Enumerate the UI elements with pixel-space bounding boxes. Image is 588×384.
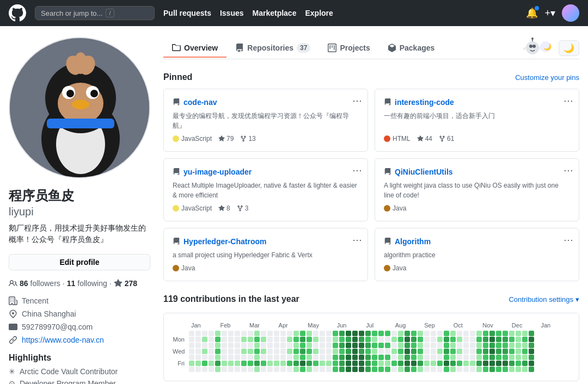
contrib-cell xyxy=(378,361,384,366)
followers-count[interactable]: 86 xyxy=(20,279,28,288)
card-menu-3[interactable]: ⋯ xyxy=(564,164,573,176)
contrib-cell xyxy=(359,355,364,360)
contrib-cell xyxy=(391,343,397,348)
contrib-cell xyxy=(346,337,351,342)
fork-icon-1 xyxy=(439,135,445,142)
star-icon-0 xyxy=(218,135,225,142)
contrib-cell xyxy=(202,355,207,360)
card-menu-5[interactable]: ⋯ xyxy=(564,234,573,246)
contrib-cell xyxy=(437,361,443,366)
contrib-cell xyxy=(444,355,449,360)
contrib-cell xyxy=(195,331,201,336)
repo-name-0[interactable]: code-nav xyxy=(183,98,217,107)
repo-name-3[interactable]: QiNiuClientUtils xyxy=(395,168,453,176)
contrib-cell xyxy=(189,337,194,342)
repo-name-5[interactable]: Algorithm xyxy=(395,237,431,246)
contrib-cell xyxy=(476,331,482,336)
website-link[interactable]: https://www.code-nav.cn xyxy=(22,336,104,344)
contrib-cell xyxy=(313,331,318,336)
github-logo-icon[interactable] xyxy=(9,4,26,22)
contrib-cell xyxy=(235,361,240,366)
contrib-cell xyxy=(359,343,364,348)
contrib-cell xyxy=(489,349,495,354)
repo-name-1[interactable]: interesting-code xyxy=(395,98,454,107)
nav-marketplace[interactable]: Marketplace xyxy=(253,9,297,17)
contrib-cell xyxy=(333,337,338,342)
contrib-cell xyxy=(215,349,220,354)
contrib-cell xyxy=(339,337,345,342)
contrib-cell xyxy=(293,337,299,342)
notifications-icon[interactable]: 🔔 xyxy=(526,7,538,19)
contrib-cell xyxy=(483,355,488,360)
contrib-cell xyxy=(189,367,194,372)
contrib-cell xyxy=(195,361,201,366)
contrib-cell xyxy=(457,361,462,366)
user-avatar[interactable] xyxy=(562,4,579,22)
theme-toggle-button[interactable]: 🌙 xyxy=(559,40,579,56)
contrib-cell xyxy=(280,343,286,348)
tab-projects[interactable]: Projects xyxy=(319,39,378,58)
contrib-cell xyxy=(405,343,410,348)
profile-display-name: 程序员鱼皮 xyxy=(9,187,150,205)
month-2: Mar xyxy=(249,322,279,329)
contrib-cell xyxy=(463,367,469,372)
card-menu-2[interactable]: ⋯ xyxy=(352,164,362,176)
customize-pins-link[interactable]: Customize your pins xyxy=(515,73,579,82)
contrib-cell xyxy=(378,355,384,360)
contrib-cell xyxy=(470,355,475,360)
contrib-cell xyxy=(300,361,305,366)
contrib-cell xyxy=(405,349,410,354)
tab-packages[interactable]: Packages xyxy=(379,39,444,58)
contrib-cell xyxy=(450,343,456,348)
contrib-cell xyxy=(215,367,220,372)
contrib-cell xyxy=(333,343,338,348)
contrib-cell xyxy=(509,331,514,336)
contrib-cell xyxy=(522,337,528,342)
contrib-cell xyxy=(405,331,410,336)
card-menu-4[interactable]: ⋯ xyxy=(352,234,362,246)
contrib-cell xyxy=(339,349,345,354)
contrib-cell xyxy=(261,331,266,336)
contribution-settings-button[interactable]: Contribution settings ▾ xyxy=(509,295,579,304)
nav-issues[interactable]: Issues xyxy=(220,9,244,17)
tab-repositories[interactable]: Repositories 37 xyxy=(226,39,319,58)
following-count[interactable]: 11 xyxy=(67,279,76,288)
card-menu-1[interactable]: ⋯ xyxy=(564,95,573,107)
lang-text-0: JavaScript xyxy=(181,135,212,143)
contrib-cell xyxy=(398,337,403,342)
search-text: Search or jump to... xyxy=(41,9,102,17)
plus-icon[interactable]: +▾ xyxy=(544,7,555,19)
page-content: 🐟 程序员鱼皮 liyupi 鹅厂程序员，用技术提升美好事物发生的概率！公众号『… xyxy=(0,26,588,384)
card-footer-2: JavaScript 8 3 xyxy=(173,205,359,212)
contrib-cell xyxy=(333,361,338,366)
contrib-cell xyxy=(254,349,260,354)
contrib-cell xyxy=(463,355,469,360)
contrib-cell xyxy=(235,349,240,354)
contrib-cell xyxy=(431,349,436,354)
fork-icon-2 xyxy=(237,205,243,212)
arctic-icon: ✳ xyxy=(9,367,15,376)
stars-count[interactable]: 278 xyxy=(125,279,137,288)
contrib-cell xyxy=(352,349,358,354)
contrib-cell xyxy=(352,355,358,360)
contrib-cell xyxy=(274,367,279,372)
contrib-cell xyxy=(241,367,247,372)
repo-name-2[interactable]: yu-image-uploader xyxy=(183,168,252,176)
packages-tab-icon xyxy=(388,44,396,52)
card-menu-0[interactable]: ⋯ xyxy=(352,95,362,107)
website-item: https://www.code-nav.cn xyxy=(9,336,150,344)
search-bar[interactable]: Search or jump to... / xyxy=(35,6,155,20)
card-header-5: Algorithm xyxy=(384,237,570,246)
tab-overview[interactable]: Overview xyxy=(163,39,226,58)
edit-profile-button[interactable]: Edit profile xyxy=(9,254,150,270)
contrib-cell xyxy=(195,349,201,354)
contrib-cell xyxy=(476,367,482,372)
contrib-cell xyxy=(352,343,358,348)
nav-pull-requests[interactable]: Pull requests xyxy=(163,9,211,17)
repo-name-4[interactable]: Hyperledger-Chatroom xyxy=(183,237,266,246)
contrib-cell xyxy=(470,331,475,336)
nav-explore[interactable]: Explore xyxy=(305,9,333,17)
contrib-cell xyxy=(457,349,462,354)
contrib-cell xyxy=(228,349,234,354)
month-3: Apr xyxy=(279,322,308,329)
